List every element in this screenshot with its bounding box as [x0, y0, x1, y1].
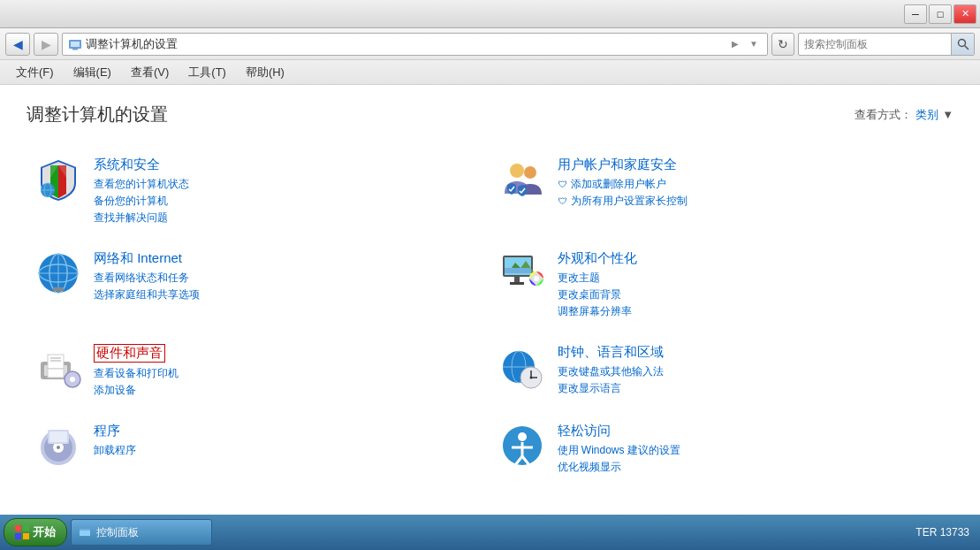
search-box: [798, 33, 975, 56]
back-button[interactable]: ◀: [5, 33, 30, 56]
taskbar: 开始 控制面板 TER 13733: [0, 515, 980, 550]
program-links: 卸载程序: [94, 443, 482, 458]
network-icon: [35, 250, 81, 296]
menu-tools[interactable]: 工具(T): [179, 62, 235, 83]
svg-rect-24: [514, 277, 520, 282]
security-icon: [35, 157, 81, 202]
svg-rect-29: [48, 369, 64, 378]
appearance-link-0[interactable]: 更改主题: [558, 271, 946, 286]
svg-rect-2: [72, 49, 78, 50]
user-link-0[interactable]: 🛡 添加或删除用户帐户: [558, 177, 946, 192]
network-links: 查看网络状态和任务 选择家庭组和共享选项: [94, 271, 482, 302]
folder-taskbar-icon: [79, 526, 91, 539]
program-text: 程序 卸载程序: [94, 423, 482, 458]
svg-rect-21: [505, 268, 531, 273]
svg-point-3: [958, 39, 965, 46]
user-title[interactable]: 用户帐户和家庭安全: [558, 157, 946, 173]
menu-view[interactable]: 查看(V): [122, 62, 178, 83]
view-value[interactable]: 类别: [915, 107, 938, 123]
cp-item-network[interactable]: 网络和 Internet 查看网络状态和任务 选择家庭组和共享选项: [27, 238, 490, 332]
minimize-button[interactable]: ─: [904, 4, 927, 24]
clock-link-1[interactable]: 更改显示语言: [558, 381, 946, 396]
start-button[interactable]: 开始: [4, 518, 67, 546]
program-link-0[interactable]: 卸载程序: [94, 443, 482, 458]
security-title[interactable]: 系统和安全: [94, 157, 482, 173]
svg-point-49: [518, 432, 527, 441]
address-arrow: ▶: [728, 39, 742, 49]
hardware-links: 查看设备和打印机 添加设备: [94, 366, 482, 398]
appearance-title[interactable]: 外观和个性化: [558, 250, 946, 267]
user-link-1[interactable]: 🛡 为所有用户设置家长控制: [558, 194, 946, 209]
menu-edit[interactable]: 编辑(E): [65, 62, 120, 83]
hardware-link-1[interactable]: 添加设备: [94, 383, 482, 398]
svg-rect-25: [510, 282, 524, 285]
address-dropdown[interactable]: ▼: [746, 39, 762, 49]
windows-logo-icon: [15, 525, 29, 539]
accessibility-link-0[interactable]: 使用 Windows 建议的设置: [558, 443, 946, 458]
address-bar: ◀ ▶ 调整计算机的设置 ▶ ▼ ↻: [0, 28, 980, 60]
close-button[interactable]: ✕: [953, 4, 976, 24]
program-icon: [35, 423, 81, 469]
accessibility-text: 轻松访问 使用 Windows 建议的设置 优化视频显示: [558, 423, 946, 475]
menu-file[interactable]: 文件(F): [7, 62, 63, 83]
svg-point-45: [57, 446, 60, 449]
network-text: 网络和 Internet 查看网络状态和任务 选择家庭组和共享选项: [94, 250, 482, 302]
cp-item-hardware[interactable]: 硬件和声音 查看设备和打印机 添加设备: [27, 332, 490, 410]
cp-item-clock[interactable]: 时钟、语言和区域 更改键盘或其他输入法 更改显示语言: [490, 332, 954, 410]
accessibility-link-1[interactable]: 优化视频显示: [558, 460, 946, 475]
cp-item-user[interactable]: 用户帐户和家庭安全 🛡 添加或删除用户帐户 🛡 为所有用户设置家长控制: [490, 144, 954, 238]
clock-links: 更改键盘或其他输入法 更改显示语言: [558, 364, 946, 396]
clock-link-0[interactable]: 更改键盘或其他输入法: [558, 364, 946, 379]
network-link-0[interactable]: 查看网络状态和任务: [94, 271, 482, 286]
appearance-links: 更改主题 更改桌面背景 调整屏幕分辨率: [558, 271, 946, 319]
items-grid: 系统和安全 查看您的计算机状态 备份您的计算机 查找并解决问题: [27, 144, 953, 487]
cp-item-security[interactable]: 系统和安全 查看您的计算机状态 备份您的计算机 查找并解决问题: [27, 144, 490, 238]
svg-rect-28: [48, 355, 64, 369]
clock-title[interactable]: 时钟、语言和区域: [558, 344, 946, 361]
content-area: 调整计算机的设置 查看方式： 类别 ▼: [0, 85, 980, 550]
search-button[interactable]: [951, 34, 974, 55]
svg-rect-1: [71, 42, 80, 47]
network-title[interactable]: 网络和 Internet: [94, 250, 482, 267]
address-field: 调整计算机的设置 ▶ ▼: [62, 33, 768, 56]
security-text: 系统和安全 查看您的计算机状态 备份您的计算机 查找并解决问题: [94, 157, 482, 225]
security-link-1[interactable]: 备份您的计算机: [94, 194, 482, 209]
search-input[interactable]: [799, 38, 951, 50]
svg-rect-47: [49, 432, 67, 442]
program-title[interactable]: 程序: [94, 423, 482, 439]
hardware-link-0[interactable]: 查看设备和打印机: [94, 366, 482, 381]
security-links: 查看您的计算机状态 备份您的计算机 查找并解决问题: [94, 177, 482, 225]
hardware-title[interactable]: 硬件和声音: [94, 344, 165, 363]
forward-button[interactable]: ▶: [34, 33, 58, 56]
title-controls: ─ □ ✕: [904, 4, 976, 24]
svg-line-4: [964, 45, 969, 50]
svg-point-8: [510, 164, 524, 178]
clock-text: 时钟、语言和区域 更改键盘或其他输入法 更改显示语言: [558, 344, 946, 396]
appearance-link-2[interactable]: 调整屏幕分辨率: [558, 304, 946, 319]
network-link-1[interactable]: 选择家庭组和共享选项: [94, 287, 482, 302]
svg-point-41: [529, 377, 532, 379]
appearance-icon: [499, 250, 545, 296]
folder-icon: [68, 37, 82, 51]
svg-rect-54: [15, 525, 21, 531]
main-panel: 调整计算机的设置 查看方式： 类别 ▼: [0, 85, 980, 550]
tray-time: TER 13733: [915, 526, 969, 539]
cp-item-appearance[interactable]: 外观和个性化 更改主题 更改桌面背景 调整屏幕分辨率: [490, 238, 954, 332]
maximize-button[interactable]: □: [929, 4, 952, 24]
cp-item-accessibility[interactable]: 轻松访问 使用 Windows 建议的设置 优化视频显示: [490, 410, 954, 487]
accessibility-title[interactable]: 轻松访问: [558, 423, 946, 439]
appearance-link-1[interactable]: 更改桌面背景: [558, 287, 946, 302]
taskbar-window-label: 控制面板: [96, 525, 139, 540]
view-dropdown-arrow[interactable]: ▼: [942, 108, 953, 121]
hardware-icon: [35, 344, 81, 390]
user-links: 🛡 添加或删除用户帐户 🛡 为所有用户设置家长控制: [558, 177, 946, 209]
accessibility-icon: [499, 423, 545, 469]
menu-help[interactable]: 帮助(H): [237, 62, 293, 83]
search-icon: [957, 38, 969, 50]
security-link-0[interactable]: 查看您的计算机状态: [94, 177, 482, 192]
cp-item-program[interactable]: 程序 卸载程序: [27, 410, 490, 487]
taskbar-window-item[interactable]: 控制面板: [71, 519, 212, 546]
security-link-2[interactable]: 查找并解决问题: [94, 210, 482, 225]
refresh-button[interactable]: ↻: [771, 33, 794, 56]
svg-rect-56: [15, 533, 21, 539]
